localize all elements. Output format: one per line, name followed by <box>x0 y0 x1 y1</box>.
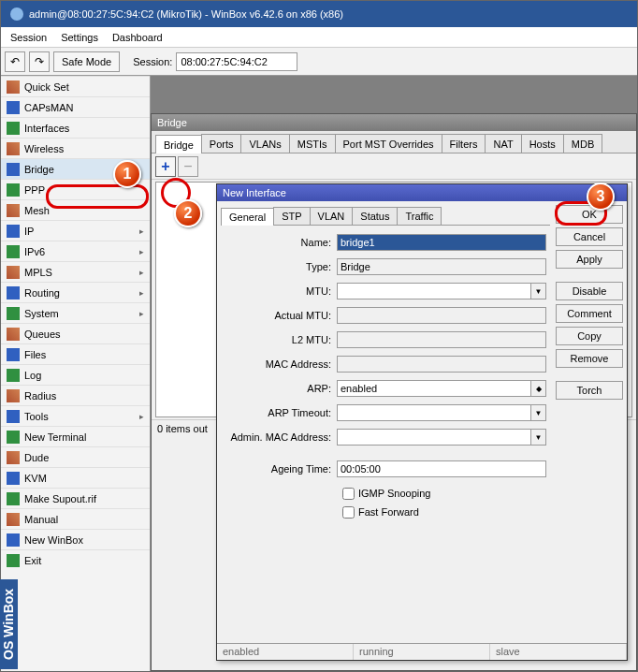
menu-item-icon <box>7 554 20 567</box>
sidebar-item-label: Log <box>24 370 41 381</box>
menu-item-icon <box>7 451 20 464</box>
menu-item-icon <box>7 204 20 217</box>
sidebar-item-files[interactable]: Files <box>1 343 150 364</box>
sidebar-item-quick-set[interactable]: Quick Set <box>1 76 150 96</box>
sidebar-item-new-terminal[interactable]: New Terminal <box>1 426 150 446</box>
sidebar-item-mpls[interactable]: MPLS▸ <box>1 261 150 282</box>
newif-tab-vlan[interactable]: VLAN <box>310 207 354 225</box>
copy-button[interactable]: Copy <box>556 327 623 345</box>
bridge-tab-bridge[interactable]: Bridge <box>155 135 202 153</box>
sidebar-item-queues[interactable]: Queues <box>1 323 150 343</box>
bridge-tab-nat[interactable]: NAT <box>485 134 521 153</box>
cancel-button[interactable]: Cancel <box>556 227 623 246</box>
disable-button[interactable]: Disable <box>556 282 623 300</box>
remove-button[interactable]: Remove <box>556 349 623 368</box>
ok-button[interactable]: OK <box>556 205 623 224</box>
undo-button[interactable]: ↶ <box>5 51 25 72</box>
sidebar-item-tools[interactable]: Tools▸ <box>1 405 150 426</box>
arp-timeout-dropdown[interactable]: ▼ <box>531 404 546 421</box>
sidebar-item-manual[interactable]: Manual <box>1 508 150 529</box>
mtu-input[interactable] <box>337 283 531 299</box>
sidebar-item-routing[interactable]: Routing▸ <box>1 282 150 302</box>
admin-mac-input[interactable] <box>337 429 531 446</box>
sidebar-item-label: New WinBox <box>24 534 83 546</box>
ageing-input[interactable] <box>337 460 546 477</box>
sidebar-item-log[interactable]: Log <box>1 364 150 385</box>
sidebar-item-label: Bridge <box>24 164 54 175</box>
sidebar-item-ipv6[interactable]: IPv6▸ <box>1 241 150 261</box>
menu-item-icon <box>7 348 20 361</box>
status-slave: slave <box>490 644 627 660</box>
menubar: Session Settings Dashboard <box>1 27 637 48</box>
sidebar-item-label: MPLS <box>24 267 52 278</box>
sidebar-item-interfaces[interactable]: Interfaces <box>1 117 150 138</box>
igmp-label: IGMP Snooping <box>358 488 430 499</box>
safemode-button[interactable]: Safe Mode <box>53 51 120 72</box>
newif-tab-status[interactable]: Status <box>352 207 398 225</box>
type-input <box>337 258 546 275</box>
sidebar-item-mesh[interactable]: Mesh <box>1 199 150 220</box>
menu-item-icon <box>7 369 20 382</box>
sidebar-item-new-winbox[interactable]: New WinBox <box>1 529 150 549</box>
arp-input[interactable] <box>337 380 531 397</box>
bridge-tab-hosts[interactable]: Hosts <box>521 134 564 153</box>
sidebar-item-make-supout-rif[interactable]: Make Supout.rif <box>1 488 150 508</box>
menu-item-icon <box>7 142 20 155</box>
menu-item-icon <box>7 245 20 258</box>
sidebar-item-capsman[interactable]: CAPsMAN <box>1 96 150 117</box>
new-interface-tabs: GeneralSTPVLANStatusTraffic <box>221 205 550 226</box>
bridge-tab-port-mst-overrides[interactable]: Port MST Overrides <box>335 134 442 153</box>
menu-session[interactable]: Session <box>10 32 47 43</box>
annotation-marker-1: 1 <box>113 160 141 188</box>
arp-dropdown[interactable]: ◆ <box>531 380 546 397</box>
sidebar-item-dude[interactable]: Dude <box>1 446 150 467</box>
sidebar-item-label: Make Supout.rif <box>24 493 96 504</box>
annotation-marker-3: 3 <box>587 183 615 211</box>
newif-tab-general[interactable]: General <box>221 208 274 226</box>
sidebar-item-ip[interactable]: IP▸ <box>1 220 150 241</box>
bridge-tab-mstis[interactable]: MSTIs <box>289 134 336 153</box>
bridge-tabs: BridgePortsVLANsMSTIsPort MST OverridesF… <box>152 131 636 153</box>
bridge-tab-vlans[interactable]: VLANs <box>240 134 289 153</box>
apply-button[interactable]: Apply <box>556 250 623 269</box>
app-window: admin@08:00:27:5C:94:C2 (MikroTik) - Win… <box>0 0 638 672</box>
menu-settings[interactable]: Settings <box>61 32 98 43</box>
newif-tab-traffic[interactable]: Traffic <box>397 207 442 225</box>
sidebar-item-label: Mesh <box>24 205 50 216</box>
remove-button[interactable]: − <box>178 156 198 177</box>
sidebar-item-system[interactable]: System▸ <box>1 302 150 323</box>
add-button[interactable]: + <box>155 156 176 177</box>
igmp-checkbox[interactable] <box>342 488 355 500</box>
arp-timeout-input[interactable] <box>337 404 531 421</box>
arp-timeout-label: ARP Timeout: <box>225 407 337 418</box>
torch-button[interactable]: Torch <box>556 381 623 400</box>
type-label: Type: <box>225 261 337 272</box>
sidebar-item-wireless[interactable]: Wireless <box>1 138 150 158</box>
sidebar-item-label: Radius <box>24 390 56 402</box>
comment-button[interactable]: Comment <box>556 304 623 323</box>
session-label: Session: <box>133 56 172 67</box>
bridge-tab-filters[interactable]: Filters <box>442 134 486 153</box>
sidebar-item-radius[interactable]: Radius <box>1 385 150 405</box>
redo-button[interactable]: ↷ <box>29 51 50 72</box>
name-input[interactable] <box>337 234 546 251</box>
menu-dashboard[interactable]: Dashboard <box>112 32 163 43</box>
bridge-tab-mdb[interactable]: MDB <box>563 134 602 153</box>
menu-item-icon <box>7 101 20 114</box>
annotation-marker-2: 2 <box>174 199 202 227</box>
sidebar-item-exit[interactable]: Exit <box>1 549 150 570</box>
l2mtu-input <box>337 331 546 348</box>
dialog-buttons: OK Cancel Apply Disable Comment Copy Rem… <box>556 205 623 635</box>
bridge-tab-ports[interactable]: Ports <box>201 134 242 153</box>
brand-label: OS WinBox <box>0 579 18 669</box>
submenu-arrow-icon: ▸ <box>139 412 144 421</box>
admin-mac-dropdown[interactable]: ▼ <box>531 429 546 446</box>
app-icon <box>10 7 23 21</box>
fastforward-checkbox[interactable] <box>342 506 355 519</box>
submenu-arrow-icon: ▸ <box>139 247 144 256</box>
sidebar-item-kvm[interactable]: KVM <box>1 467 150 488</box>
sidebar-item-label: IP <box>24 226 34 237</box>
mtu-dropdown[interactable]: ▼ <box>531 283 546 299</box>
newif-tab-stp[interactable]: STP <box>273 207 310 225</box>
status-running: running <box>354 644 490 660</box>
